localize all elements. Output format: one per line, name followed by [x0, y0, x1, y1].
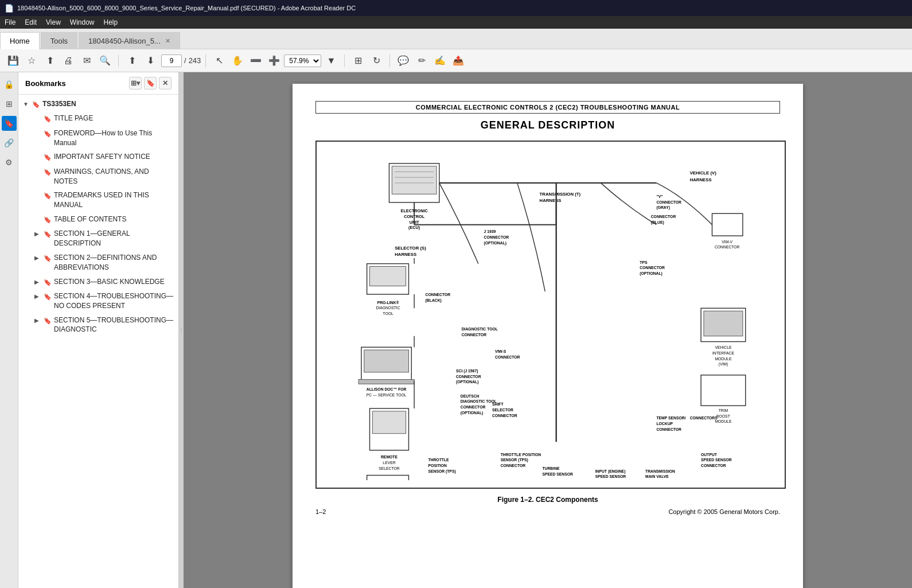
- sidebar-icon-bar: 🔒 ⊞ 🔖 🔗 ⚙: [0, 72, 18, 588]
- svg-text:DIAGNOSTIC TOOL: DIAGNOSTIC TOOL: [462, 327, 498, 331]
- svg-rect-42: [701, 375, 746, 406]
- toolbar-sep-3: [344, 54, 345, 67]
- bookmarks-new[interactable]: 🔖: [144, 77, 157, 89]
- fit-page-button[interactable]: ⊞: [349, 53, 367, 69]
- menu-window[interactable]: Window: [70, 18, 95, 26]
- bookmark-safety-notice[interactable]: 🔖 IMPORTANT SAFETY NOTICE: [18, 150, 178, 164]
- svg-text:(OPTIONAL): (OPTIONAL): [456, 380, 479, 384]
- svg-rect-16: [358, 380, 414, 384]
- zoom-out-button[interactable]: ➖: [247, 53, 264, 69]
- bookmarks-view-options[interactable]: ⊞▾: [129, 77, 142, 89]
- menu-edit[interactable]: Edit: [25, 18, 37, 26]
- bookmark-warnings[interactable]: 🔖 WARNINGS, CAUTIONS, AND NOTES: [18, 165, 178, 189]
- toolbar-sep-4: [389, 54, 390, 67]
- bm-icon-1: 🔖: [44, 115, 52, 123]
- svg-text:MODULE: MODULE: [715, 419, 731, 423]
- tools-icon-btn[interactable]: ⚙: [2, 155, 17, 170]
- bm-icon-5: 🔖: [44, 192, 52, 200]
- pdf-page: COMMERCIAL ELECTRONIC CONTROLS 2 (CEC2) …: [293, 84, 803, 588]
- pdf-copyright: Copyright © 2005 General Motors Corp.: [668, 508, 780, 515]
- svg-rect-37: [704, 311, 743, 336]
- rotate-button[interactable]: ↻: [368, 53, 385, 69]
- prev-page-button[interactable]: ⬆: [123, 53, 141, 69]
- next-page-button[interactable]: ⬇: [142, 53, 159, 69]
- svg-text:CONNECTOR: CONNECTOR: [456, 375, 481, 379]
- highlight-button[interactable]: ✏: [413, 53, 430, 69]
- svg-text:TRANSMISSION: TRANSMISSION: [645, 469, 675, 473]
- bookmark-section2[interactable]: ▶ 🔖 SECTION 2—DEFINITIONS AND ABBREVIATI…: [18, 251, 178, 275]
- bookmark-toc[interactable]: 🔖 TABLE OF CONTENTS: [18, 212, 178, 227]
- zoom-in-button[interactable]: ➕: [266, 53, 283, 69]
- bookmark-foreword[interactable]: 🔖 FOREWORD—How to Use This Manual: [18, 126, 178, 150]
- root-bookmark-icon: 🔖: [32, 100, 40, 109]
- svg-text:SENSOR (TPS): SENSOR (TPS): [501, 458, 528, 462]
- lock-icon-btn[interactable]: 🔒: [2, 77, 17, 92]
- menu-view[interactable]: View: [46, 18, 61, 26]
- zoom-select[interactable]: 57.9% 50% 75% 100%: [284, 54, 321, 67]
- tab-home[interactable]: Home: [0, 32, 40, 49]
- bm-icon-8: 🔖: [44, 254, 52, 263]
- close-icon: ✕: [162, 79, 168, 87]
- bookmark-button[interactable]: ☆: [23, 53, 40, 69]
- tab-doc-close[interactable]: ✕: [165, 37, 170, 45]
- svg-text:TPS: TPS: [640, 260, 648, 264]
- bookmark-section1[interactable]: ▶ 🔖 SECTION 1—GENERAL DESCRIPTION: [18, 227, 178, 251]
- svg-text:TOOL: TOOL: [383, 311, 393, 316]
- bm-icon-6: 🔖: [44, 216, 52, 224]
- upload-button[interactable]: ⬆: [41, 53, 59, 69]
- pdf-figure-caption: Figure 1–2. CEC2 Components: [315, 496, 780, 504]
- svg-rect-10: [370, 266, 406, 286]
- menu-help[interactable]: Help: [104, 18, 118, 26]
- pdf-header-text: COMMERCIAL ELECTRONIC CONTROLS 2 (CEC2) …: [416, 104, 680, 111]
- bookmark-section4[interactable]: ▶ 🔖 SECTION 4—TROUBLESHOOTING—NO CODES P…: [18, 289, 178, 313]
- svg-text:DIAGNOSTIC TOOL: DIAGNOSTIC TOOL: [461, 399, 497, 403]
- page-input[interactable]: [161, 54, 182, 67]
- svg-text:CONNECTOR: CONNECTOR: [492, 414, 517, 418]
- share-button[interactable]: 📤: [450, 53, 467, 69]
- email-button[interactable]: ✉: [78, 53, 95, 69]
- svg-text:(OPTIONAL): (OPTIONAL): [461, 411, 484, 415]
- svg-text:(OPTIONAL): (OPTIONAL): [640, 271, 662, 276]
- bookmark-section3[interactable]: ▶ 🔖 SECTION 3—BASIC KNOWLEDGE: [18, 275, 178, 289]
- select-tool-button[interactable]: ↖: [211, 53, 228, 69]
- svg-text:SPEED SENSOR: SPEED SENSOR: [542, 472, 573, 476]
- save-button[interactable]: 💾: [5, 53, 22, 69]
- zoom-dropdown-button[interactable]: ▼: [322, 53, 340, 69]
- pdf-section-title: GENERAL DESCRIPTION: [315, 119, 780, 131]
- svg-text:SPEED SENSOR: SPEED SENSOR: [701, 458, 732, 462]
- toolbar: 💾 ☆ ⬆ 🖨 ✉ 🔍 ⬆ ⬇ / 243 ↖ ✋ ➖ ➕ 57.9% 50% …: [0, 49, 912, 72]
- bookmarks-actions: ⊞▾ 🔖 ✕: [129, 77, 172, 89]
- bookmarks-icon-btn[interactable]: 🔖: [2, 116, 17, 131]
- svg-text:TURBINE: TURBINE: [542, 466, 560, 470]
- tab-home-label: Home: [10, 37, 30, 45]
- root-expand-icon: ▼: [23, 100, 31, 108]
- pdf-diagram: ELECTRONIC CONTROL UNIT (ECU) PRO-LINK® …: [315, 141, 786, 489]
- svg-text:HARNESS: HARNESS: [690, 177, 712, 182]
- svg-text:TRANSMISSION (T): TRANSMISSION (T): [540, 192, 581, 197]
- title-bar: 📄 18048450-Allison_5000_6000_8000_9000_S…: [0, 0, 912, 16]
- bookmarks-close[interactable]: ✕: [159, 77, 172, 89]
- sign-button[interactable]: ✍: [431, 53, 449, 69]
- bookmark-title-page[interactable]: 🔖 TITLE PAGE: [18, 111, 178, 126]
- print-button[interactable]: 🖨: [60, 53, 77, 69]
- menu-file[interactable]: File: [5, 18, 15, 26]
- svg-text:HARNESS: HARNESS: [395, 252, 416, 257]
- tab-bar: Home Tools 18048450-Allison_5... ✕: [0, 29, 912, 49]
- bookmark-section5[interactable]: ▶ 🔖 SECTION 5—TROUBLESHOOTING—DIAGNOSTIC: [18, 313, 178, 337]
- panel-resize-handle[interactable]: ⋮: [179, 72, 184, 588]
- layers-icon-btn[interactable]: ⊞: [2, 96, 17, 111]
- bookmarks-list: ▼ 🔖 TS3353EN 🔖 TITLE PAGE 🔖 FOREWORD—How…: [18, 95, 178, 588]
- tab-tools[interactable]: Tools: [41, 32, 77, 49]
- links-icon-btn[interactable]: 🔗: [2, 135, 17, 150]
- svg-text:(ECU): (ECU): [408, 225, 420, 230]
- search-button[interactable]: 🔍: [96, 53, 114, 69]
- hand-tool-button[interactable]: ✋: [229, 53, 246, 69]
- bookmark-trademarks[interactable]: 🔖 TRADEMARKS USED IN THIS MANUAL: [18, 188, 178, 212]
- tab-doc[interactable]: 18048450-Allison_5... ✕: [79, 32, 180, 49]
- comment-button[interactable]: 💬: [395, 53, 412, 69]
- svg-text:(OPTIONAL): (OPTIONAL): [484, 241, 507, 246]
- svg-text:CONNECTOR: CONNECTOR: [501, 464, 526, 468]
- main-area: 🔒 ⊞ 🔖 🔗 ⚙ Bookmarks ⊞▾ 🔖 ✕ ▼: [0, 72, 912, 588]
- bookmark-root[interactable]: ▼ 🔖 TS3353EN: [18, 97, 178, 111]
- pdf-viewer-area[interactable]: COMMERCIAL ELECTRONIC CONTROLS 2 (CEC2) …: [184, 72, 912, 588]
